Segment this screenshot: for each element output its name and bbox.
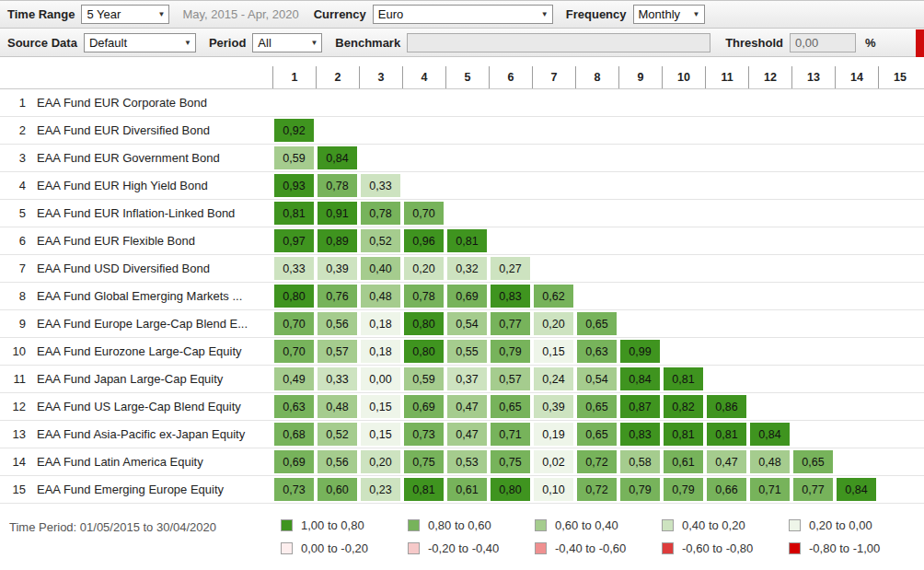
correlation-value: 0,70 [274, 340, 314, 363]
correlation-cell: 0,81 [662, 421, 705, 448]
column-header: 11 [705, 66, 748, 88]
correlation-cell [878, 393, 921, 420]
time-range-select[interactable]: 5 Year ▼ [81, 5, 169, 24]
correlation-cell [575, 172, 618, 199]
fund-name: EAA Fund Eurozone Large-Cap Equity [37, 338, 272, 365]
correlation-cell [705, 366, 748, 392]
correlation-value: 0,40 [361, 257, 400, 280]
legend-item: 0,20 to 0,00 [789, 518, 916, 532]
correlation-cell: 0,49 [272, 366, 316, 392]
row-number: 9 [0, 310, 37, 337]
correlation-value: 0,62 [534, 285, 573, 308]
currency-select[interactable]: Euro ▼ [373, 5, 553, 24]
correlation-value: 0,24 [534, 367, 573, 390]
chevron-down-icon: ▼ [184, 39, 191, 47]
benchmark-label: Benchmark [335, 36, 400, 50]
correlation-cell: 0,39 [532, 393, 575, 420]
correlation-value: 0,18 [361, 312, 400, 335]
correlation-value: 0,73 [274, 478, 314, 501]
correlation-cell: 0,79 [618, 476, 662, 503]
matrix-row: 14EAA Fund Latin America Equity0,690,560… [0, 448, 924, 476]
legend-swatch [281, 519, 293, 531]
correlation-value: 0,82 [664, 395, 703, 418]
correlation-cell [878, 448, 921, 475]
correlation-cell [835, 338, 878, 365]
correlation-value: 0,60 [318, 478, 357, 501]
correlation-cell: 0,83 [618, 421, 662, 448]
correlation-cell [705, 172, 748, 199]
correlation-cell [402, 145, 445, 171]
correlation-cell: 0,20 [402, 255, 445, 282]
correlation-cell: 0,32 [445, 255, 489, 282]
correlation-value: 0,81 [447, 229, 487, 252]
correlation-cell [835, 421, 878, 448]
matrix-column-headers: 123456789101112131415 [0, 66, 924, 89]
correlation-cell [662, 310, 705, 337]
correlation-value: 0,93 [274, 174, 314, 197]
legend-footer: Time Period: 01/05/2015 to 30/04/2020 1,… [0, 504, 924, 555]
correlation-cell: 0,65 [575, 310, 618, 337]
correlation-cell [791, 145, 835, 171]
correlation-cell [748, 227, 791, 254]
correlation-cell [705, 255, 748, 282]
correlation-value: 0,69 [274, 450, 314, 473]
fund-name: EAA Fund EUR Diversified Bond [37, 117, 272, 144]
legend-label: 0,60 to 0,40 [555, 518, 618, 532]
correlation-cell [402, 172, 445, 199]
correlation-cell: 0,33 [316, 366, 359, 392]
matrix-row: 15EAA Fund Emerging Europe Equity0,730,6… [0, 476, 924, 504]
correlation-value: 0,97 [274, 229, 314, 252]
fund-name: EAA Fund EUR Flexible Bond [37, 227, 272, 254]
correlation-value: 0,69 [447, 285, 487, 308]
correlation-cell: 0,75 [489, 448, 532, 475]
correlation-value: 0,66 [707, 478, 746, 501]
matrix-row: 1EAA Fund EUR Corporate Bond [0, 89, 924, 117]
correlation-cell [748, 366, 791, 392]
correlation-cell [878, 476, 921, 503]
correlation-value: 0,72 [577, 478, 617, 501]
matrix-row: 7EAA Fund USD Diversified Bond0,330,390,… [0, 255, 924, 283]
legend-swatch [408, 519, 420, 531]
column-header: 9 [618, 66, 662, 88]
red-edge-indicator [916, 29, 924, 57]
correlation-cell [445, 117, 489, 144]
correlation-cell: 0,89 [316, 227, 359, 254]
correlation-value: 0,81 [664, 367, 703, 390]
correlation-cell [532, 145, 575, 171]
source-data-select[interactable]: Default ▼ [84, 33, 196, 52]
source-data-label: Source Data [7, 36, 77, 50]
threshold-input[interactable] [790, 33, 856, 52]
correlation-value: 0,48 [750, 450, 790, 473]
correlation-cell [445, 145, 489, 171]
chevron-down-icon: ▼ [541, 10, 549, 18]
chevron-down-icon: ▼ [693, 10, 700, 18]
fund-name: EAA Fund USD Diversified Bond [37, 255, 272, 282]
period-select[interactable]: All ▼ [252, 33, 322, 52]
correlation-cell: 0,61 [445, 476, 489, 503]
correlation-cell [705, 310, 748, 337]
correlation-cell [662, 338, 705, 365]
correlation-cell: 0,87 [618, 393, 662, 420]
correlation-cell [618, 283, 662, 309]
correlation-cell: 0,76 [316, 283, 359, 309]
correlation-cell [445, 172, 489, 199]
currency-value: Euro [378, 7, 403, 21]
correlation-value: 0,63 [274, 395, 314, 418]
benchmark-input[interactable] [407, 33, 710, 52]
fund-name: EAA Fund US Large-Cap Blend Equity [37, 393, 272, 420]
toolbar-primary: Time Range 5 Year ▼ May, 2015 - Apr, 202… [0, 0, 924, 29]
correlation-cell: 0,73 [402, 421, 445, 448]
correlation-cell: 0,54 [445, 310, 489, 337]
correlation-value: 0,84 [620, 367, 660, 390]
correlation-value: 0,56 [318, 312, 357, 335]
legend-label: -0,40 to -0,60 [555, 541, 626, 555]
correlation-value: 0,76 [318, 285, 357, 308]
correlation-cell: 0,47 [445, 421, 489, 448]
frequency-select[interactable]: Monthly ▼ [633, 5, 705, 24]
fund-name: EAA Fund Europe Large-Cap Blend E... [37, 310, 272, 337]
correlation-value: 0,65 [491, 395, 530, 418]
legend-label: 1,00 to 0,80 [301, 518, 364, 532]
correlation-cell [791, 227, 835, 254]
frequency-value: Monthly [639, 7, 681, 21]
correlation-value: 0,39 [534, 395, 573, 418]
